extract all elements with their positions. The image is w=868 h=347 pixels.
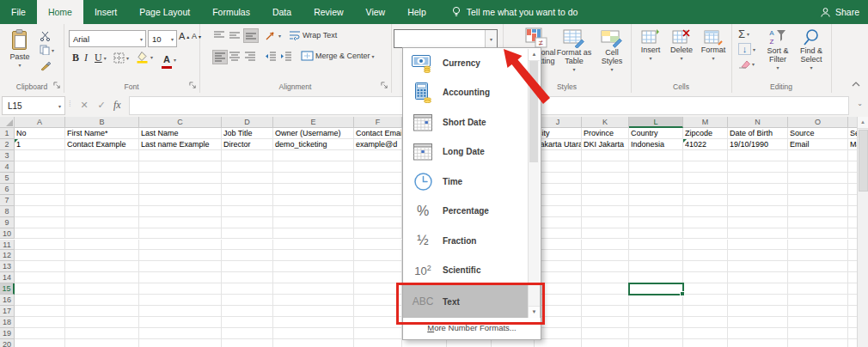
cell-D11[interactable]: [222, 240, 273, 251]
cell-M8[interactable]: [683, 206, 728, 217]
cell-E14[interactable]: [273, 272, 354, 283]
column-header-A[interactable]: A: [15, 117, 65, 128]
cell-D3[interactable]: [222, 150, 273, 161]
cell-A6[interactable]: [15, 184, 65, 195]
cell-F7[interactable]: [354, 195, 402, 206]
cell-K1[interactable]: Province: [582, 128, 629, 139]
row-header-14[interactable]: 14: [0, 272, 15, 283]
cell-J5[interactable]: [535, 173, 582, 184]
cell-B16[interactable]: [65, 295, 139, 306]
cell-D18[interactable]: [222, 317, 273, 328]
cell-O12[interactable]: [788, 250, 848, 261]
cell-K12[interactable]: [582, 250, 629, 261]
cell-A10[interactable]: [15, 228, 65, 240]
number-format-dropdown-button[interactable]: ▾: [485, 30, 497, 47]
cell-N17[interactable]: [728, 306, 788, 317]
cell-K5[interactable]: [582, 173, 629, 184]
clear-button[interactable]: ▾: [738, 58, 755, 69]
cell-C6[interactable]: [139, 184, 222, 195]
cell-F3[interactable]: [354, 150, 402, 161]
cell-F8[interactable]: [354, 206, 402, 217]
cell-M17[interactable]: [683, 306, 728, 317]
cell-C7[interactable]: [139, 195, 222, 206]
cell-M4[interactable]: [683, 161, 728, 173]
cell-F1[interactable]: Contact Email: [354, 128, 402, 139]
underline-button[interactable]: U▾: [95, 52, 107, 64]
cell-D2[interactable]: Director: [222, 139, 273, 150]
more-number-formats-item[interactable]: More Number Formats...: [403, 318, 541, 338]
menu-scroll-up-icon[interactable]: ▲: [529, 49, 540, 61]
format-option-short-date[interactable]: Short Date: [403, 107, 529, 137]
cell-D4[interactable]: [222, 161, 273, 173]
column-header-C[interactable]: C: [139, 117, 222, 128]
column-header-M[interactable]: M: [683, 117, 728, 128]
cell-D9[interactable]: [222, 217, 273, 228]
cell-A13[interactable]: [15, 261, 65, 272]
cell-C20[interactable]: [139, 339, 222, 347]
cell-M5[interactable]: [683, 173, 728, 184]
share-button[interactable]: Share: [820, 0, 859, 24]
cell-M6[interactable]: [683, 184, 728, 195]
format-option-accounting[interactable]: Accounting: [403, 78, 529, 108]
cell-M20[interactable]: [683, 339, 728, 347]
cell-B6[interactable]: [65, 184, 139, 195]
cell-J8[interactable]: [535, 206, 582, 217]
cell-B3[interactable]: [65, 150, 139, 161]
ribbon-tab-file[interactable]: File: [0, 0, 37, 24]
row-header-13[interactable]: 13: [0, 261, 15, 272]
cell-D1[interactable]: Job Title: [222, 128, 273, 139]
cell-E8[interactable]: [273, 206, 354, 217]
cell-D20[interactable]: [222, 339, 273, 347]
cell-N6[interactable]: [728, 184, 788, 195]
cell-A9[interactable]: [15, 217, 65, 228]
cell-O8[interactable]: [788, 206, 848, 217]
cell-C19[interactable]: [139, 328, 222, 339]
cell-M15[interactable]: [683, 283, 728, 295]
cell-O10[interactable]: [788, 228, 848, 240]
format-option-percentage[interactable]: %Percentage: [403, 197, 529, 227]
cell-D12[interactable]: [222, 250, 273, 261]
cell-K18[interactable]: [582, 317, 629, 328]
cell-J11[interactable]: [535, 240, 582, 251]
cell-K15[interactable]: [582, 283, 629, 295]
cell-M11[interactable]: [683, 240, 728, 251]
row-header-4[interactable]: 4: [0, 161, 15, 173]
cell-L3[interactable]: [629, 150, 683, 161]
font-size-select[interactable]: 10 ▾: [148, 30, 177, 47]
delete-cells-button[interactable]: Delete ▾: [667, 28, 696, 63]
cell-O15[interactable]: [788, 283, 848, 295]
orientation-button[interactable]: ▾: [265, 29, 281, 41]
cell-E3[interactable]: [273, 150, 354, 161]
row-header-6[interactable]: 6: [0, 184, 15, 195]
cell-K7[interactable]: [582, 195, 629, 206]
cell-E5[interactable]: [273, 173, 354, 184]
cell-F14[interactable]: [354, 272, 402, 283]
row-header-19[interactable]: 19: [0, 328, 15, 339]
cell-F16[interactable]: [354, 295, 402, 306]
cell-L6[interactable]: [629, 184, 683, 195]
cell-B13[interactable]: [65, 261, 139, 272]
cell-C10[interactable]: [139, 228, 222, 240]
insert-cells-button[interactable]: Insert ▾: [636, 28, 665, 63]
column-header-N[interactable]: N: [728, 117, 788, 128]
insert-function-button[interactable]: fx: [113, 96, 121, 113]
cell-C4[interactable]: [139, 161, 222, 173]
cell-K9[interactable]: [582, 217, 629, 228]
cell-E15[interactable]: [273, 283, 354, 295]
cell-O7[interactable]: [788, 195, 848, 206]
row-header-20[interactable]: 20: [0, 339, 15, 347]
cell-L7[interactable]: [629, 195, 683, 206]
cell-F12[interactable]: [354, 250, 402, 261]
cell-E10[interactable]: [273, 228, 354, 240]
cell-O5[interactable]: [788, 173, 848, 184]
cell-E9[interactable]: [273, 217, 354, 228]
merge-center-button[interactable]: Merge & Center ▾: [301, 51, 375, 61]
cell-N11[interactable]: [728, 240, 788, 251]
cell-J15[interactable]: [535, 283, 582, 295]
row-header-18[interactable]: 18: [0, 317, 15, 328]
cell-C18[interactable]: [139, 317, 222, 328]
cell-B17[interactable]: [65, 306, 139, 317]
cell-L19[interactable]: [629, 328, 683, 339]
collapse-ribbon-button[interactable]: [851, 81, 861, 88]
fill-color-button[interactable]: ▾: [136, 51, 153, 64]
